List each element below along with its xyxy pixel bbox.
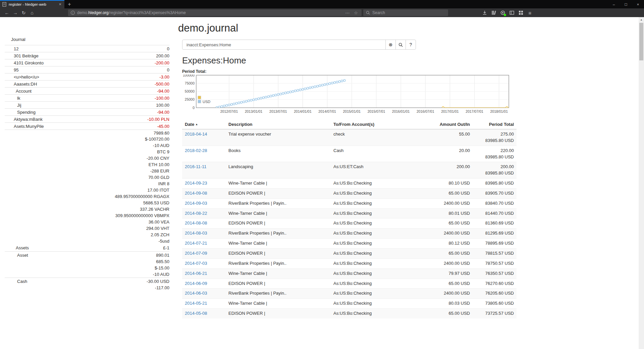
account-name[interactable]: Asset	[5, 253, 156, 258]
account-balance: -117.00	[155, 285, 169, 290]
account-balance: 0	[167, 67, 169, 72]
account-name[interactable]: 12	[5, 46, 167, 51]
account-balance: $-15.00	[155, 265, 169, 270]
window-controls: – □ ×	[608, 0, 644, 8]
transaction-date-link[interactable]: 2014-09-08	[185, 191, 207, 196]
account-name[interactable]: Spending	[5, 110, 157, 115]
account-name[interactable]: Aaasets:DH	[5, 82, 155, 87]
period-total: 200.0083985.80 USD	[473, 162, 517, 179]
transaction-date-link[interactable]: 2014-09-03	[185, 201, 207, 206]
page-scrollbar[interactable]: ▲	[639, 17, 644, 349]
account-name[interactable]: 4101 Girokonto	[5, 60, 155, 65]
tab-title: register - hledger-web	[9, 2, 56, 6]
site-info-icon[interactable]: i	[71, 11, 75, 15]
transaction-accounts: As:US:Bo:Checking	[331, 258, 432, 268]
period-total: 83985.80 USD	[473, 179, 517, 189]
register-row: 2014-08-08EDISON POWER |As:US:Bo:Checkin…	[182, 218, 517, 229]
svg-text:2012/07/01: 2012/07/01	[220, 109, 238, 113]
transaction-description: RiverBank Properties | Payin..	[226, 198, 331, 208]
help-button[interactable]: ?	[406, 40, 416, 50]
transaction-date-link[interactable]: 2014-08-22	[185, 211, 207, 216]
account-balance: 70.00 GLD	[148, 175, 169, 180]
sidebar-account-row: 120	[5, 45, 169, 52]
sidebar-account-row: 294.00 VHT	[5, 225, 169, 232]
column-accounts: To/From Account(s)	[331, 120, 432, 129]
forward-icon[interactable]: →	[11, 8, 19, 17]
close-button[interactable]: ×	[632, 0, 644, 8]
transaction-date-link[interactable]: 2018-04-14	[185, 132, 207, 137]
account-name[interactable]: <u>hello</u>	[5, 74, 159, 80]
minimize-button[interactable]: –	[608, 0, 620, 8]
library-icon[interactable]	[491, 10, 497, 16]
account-name[interactable]: Cash	[5, 279, 147, 284]
tab-close-icon[interactable]: ×	[58, 2, 62, 7]
browser-tab[interactable]: register - hledger-web ×	[0, 0, 64, 8]
maximize-button[interactable]: □	[620, 0, 632, 8]
transaction-description: Books	[226, 146, 331, 162]
bookmark-star-icon[interactable]: ☆	[353, 10, 359, 15]
transaction-description: Wine-Tarner Cable |	[226, 268, 331, 279]
transaction-amount: 2400.00 USD	[432, 289, 473, 299]
account-balance: -100.00	[155, 96, 169, 101]
url-bar[interactable]: i demo.hledger.org/register?q=inacct%3AE…	[68, 9, 362, 16]
register-row: 2014-07-09EDISON POWER |As:US:Bo:Checkin…	[182, 248, 517, 258]
account-name[interactable]: 95	[5, 67, 167, 72]
transaction-description: EDISON POWER |	[226, 309, 331, 318]
transaction-date-link[interactable]: 2018-02-28	[185, 148, 207, 153]
transaction-date-link[interactable]: 2014-06-03	[185, 291, 207, 296]
transaction-date-link[interactable]: 2014-05-08	[185, 311, 207, 316]
search-button[interactable]	[395, 40, 406, 50]
sidebar-account-row: Assets£-1	[5, 244, 169, 251]
notification-badge	[504, 14, 506, 16]
account-balance: -200.00	[155, 60, 169, 65]
account-name[interactable]: Aktywa:mBank	[5, 117, 147, 122]
svg-text:USD: USD	[203, 100, 210, 104]
page-content: ▲ Journal 120301 Beiträge200.004101 Giro…	[0, 17, 644, 349]
clear-query-button[interactable]: ⊗	[385, 40, 396, 50]
extension-badge-icon[interactable]	[500, 10, 506, 16]
column-date[interactable]: Date▲	[182, 120, 226, 129]
account-name[interactable]: Account	[5, 89, 157, 94]
account-balance: -5usd	[158, 239, 169, 244]
back-icon[interactable]: ←	[3, 8, 11, 17]
transaction-date-link[interactable]: 2016-11-11	[185, 164, 207, 169]
transaction-date-link[interactable]: 2014-07-09	[185, 251, 207, 256]
menu-icon[interactable]: ≡	[527, 10, 533, 16]
transaction-date-link[interactable]: 2014-06-09	[185, 281, 207, 286]
account-balance: -94.00	[157, 89, 169, 94]
period-total: 73805.60 USD	[473, 299, 517, 309]
scroll-up-icon[interactable]: ▲	[639, 17, 644, 22]
account-name[interactable]: Asets:MunyPile	[5, 124, 157, 129]
home-icon[interactable]: ⌂	[28, 8, 36, 17]
sidebar-account-row: 2.05 ZCH	[5, 232, 169, 238]
account-name[interactable]: lk	[5, 96, 155, 101]
sidebar-account-row: -20.00 CNY	[5, 155, 169, 161]
query-input[interactable]	[182, 40, 386, 50]
sidebar-toggle-icon[interactable]	[509, 10, 515, 16]
transaction-amount: 65.00 USD	[432, 309, 473, 318]
transaction-date-link[interactable]: 2014-07-21	[185, 241, 207, 246]
account-name[interactable]: Assets	[5, 245, 163, 250]
transaction-date-link[interactable]: 2014-05-21	[185, 301, 207, 306]
transaction-amount: 65.00 USD	[432, 188, 473, 198]
sidebar-account-row: INR 8	[5, 181, 169, 187]
account-name[interactable]: 301 Beiträge	[5, 53, 156, 58]
browser-search-bar[interactable]: Search	[363, 9, 448, 16]
page-actions-icon[interactable]: ⋯	[344, 10, 351, 15]
grid-icon[interactable]	[518, 10, 524, 16]
transaction-date-link[interactable]: 2014-06-21	[185, 271, 207, 276]
transaction-date-link[interactable]: 2014-07-03	[185, 261, 207, 266]
account-balance: 309.950000000000 VBMPX	[115, 213, 169, 218]
new-tab-button[interactable]: +	[64, 0, 74, 8]
transaction-date-link[interactable]: 2014-08-08	[185, 220, 207, 226]
sort-asc-icon: ▲	[195, 123, 198, 126]
scrollbar-thumb[interactable]	[639, 23, 643, 60]
period-total: 78895.69 USD	[473, 239, 517, 249]
reload-icon[interactable]: ↻	[19, 8, 28, 17]
journal-link[interactable]: Journal	[5, 37, 169, 42]
transaction-date-link[interactable]: 2014-09-23	[185, 181, 207, 186]
download-icon[interactable]	[482, 10, 488, 16]
account-name[interactable]: Jij	[5, 103, 156, 108]
transaction-date-link[interactable]: 2014-08-03	[185, 231, 207, 236]
page-favicon-icon	[2, 2, 6, 7]
